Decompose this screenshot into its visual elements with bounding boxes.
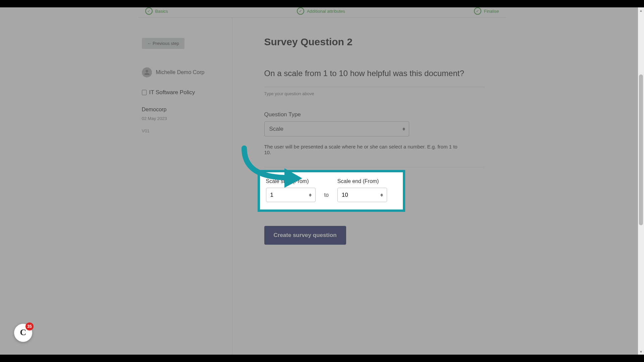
chat-logo-icon: C [20, 327, 26, 338]
step-label: Finalise [484, 9, 499, 14]
document-info: IT Software Policy [142, 89, 225, 96]
scale-end-select[interactable]: 10 [337, 188, 387, 202]
letterbox-bottom [0, 355, 644, 362]
question-type-help: The user will be presented a scale where… [264, 144, 466, 155]
page: ✓ Basics ✓ Additional attributes ✓ Final… [0, 7, 644, 355]
page-title: Survey Question 2 [264, 36, 506, 48]
to-label: to [324, 192, 329, 202]
scroll-up-icon[interactable]: ▲ [638, 7, 644, 13]
scale-range-highlight: Scale start (From) 1 to Scale end (From) [258, 170, 405, 212]
doc-version: V01 [142, 128, 225, 133]
chat-badge-count: 35 [25, 322, 34, 330]
scale-start-select[interactable]: 1 [266, 188, 316, 202]
main-panel: Survey Question 2 Type your question abo… [232, 18, 506, 355]
chat-widget-button[interactable]: C 35 [14, 324, 32, 342]
divider [264, 87, 485, 87]
scrollbar[interactable]: ▲ ▼ [638, 7, 644, 355]
question-hint: Type your question above [264, 91, 506, 96]
question-type-label: Question Type [264, 111, 506, 118]
scale-end-label: Scale end (From) [337, 178, 387, 184]
step-basics[interactable]: ✓ Basics [145, 7, 168, 15]
body-columns: ← Previous step Michelle Demo Corp IT So… [139, 18, 506, 355]
step-label: Additional attributes [307, 9, 345, 14]
wizard-steps: ✓ Basics ✓ Additional attributes ✓ Final… [139, 7, 506, 18]
sidebar: ← Previous step Michelle Demo Corp IT So… [139, 18, 232, 355]
user-info: Michelle Demo Corp [142, 67, 225, 77]
org-name: Democorp [142, 107, 225, 113]
document-name: IT Software Policy [149, 89, 195, 96]
scale-start-col: Scale start (From) 1 [266, 178, 316, 202]
step-circle-icon: ✓ [297, 7, 304, 15]
scale-end-col: Scale end (From) 10 [337, 178, 387, 202]
content-container: ✓ Basics ✓ Additional attributes ✓ Final… [139, 7, 506, 355]
step-circle-icon: ✓ [474, 7, 481, 15]
create-question-button[interactable]: Create survey question [264, 226, 346, 245]
scroll-thumb[interactable] [639, 74, 643, 225]
step-finalise[interactable]: ✓ Finalise [474, 7, 499, 15]
question-input[interactable] [264, 66, 485, 81]
step-label: Basics [155, 9, 168, 14]
previous-step-button[interactable]: ← Previous step [142, 38, 184, 49]
doc-date: 02 May 2023 [142, 116, 225, 121]
step-circle-icon: ✓ [145, 7, 153, 15]
step-additional[interactable]: ✓ Additional attributes [297, 7, 345, 15]
question-type-select-wrap: Scale [264, 121, 409, 136]
document-icon [142, 90, 147, 95]
user-name: Michelle Demo Corp [156, 69, 205, 75]
scale-row: Scale start (From) 1 to Scale end (From) [266, 178, 397, 202]
avatar-icon [142, 67, 152, 77]
letterbox-top [0, 0, 644, 7]
divider [264, 167, 485, 167]
scroll-down-icon[interactable]: ▼ [638, 349, 644, 355]
question-type-select[interactable]: Scale [264, 121, 409, 136]
scale-start-label: Scale start (From) [266, 178, 316, 184]
